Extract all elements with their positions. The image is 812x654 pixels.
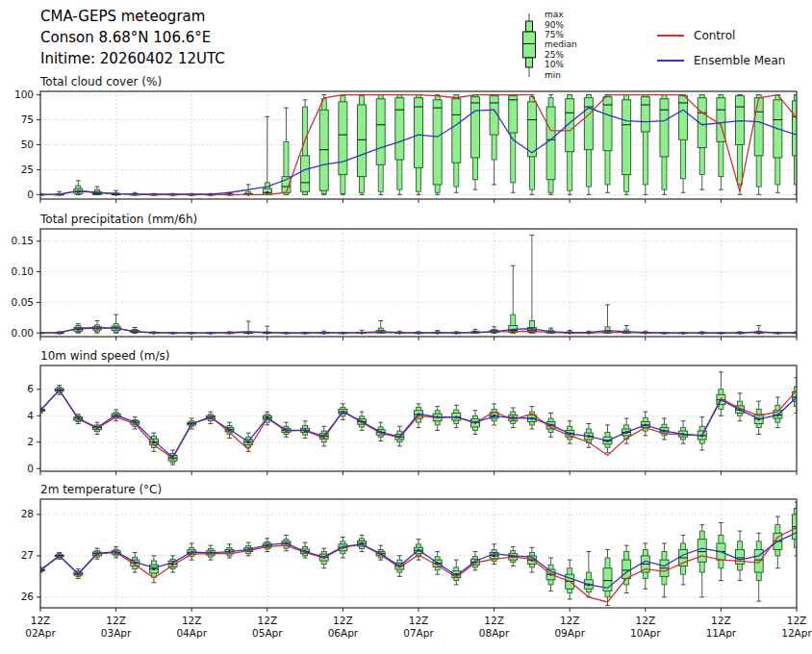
y-tick-label: 26 (21, 591, 35, 602)
temperature-2m-title: 2m temperature (°C) (40, 483, 162, 496)
x-tick-date: 02Apr (25, 627, 56, 639)
boxplot-legend-label: 75% (545, 30, 564, 39)
y-tick-label: 75 (21, 113, 34, 125)
x-tick-hour: 12Z (409, 615, 429, 626)
x-tick-hour: 12Z (711, 615, 731, 626)
x-tick-date: 03Apr (101, 627, 132, 639)
box-whisker-series (37, 235, 801, 334)
x-tick-date: 04Apr (176, 627, 207, 639)
meteogram-page: CMA-GEPS meteogram Conson 8.68°N 106.6°E… (0, 0, 812, 654)
grid (40, 229, 797, 337)
wind-speed-10m-panel: 10m wind speed (m/s)0246 (27, 349, 800, 475)
x-tick-date: 12Apr (781, 627, 812, 639)
total-cloud-cover-title: Total cloud cover (%) (39, 75, 162, 88)
y-tick-label: 0 (27, 463, 34, 474)
total-precipitation-panel: Total precipitation (mm/6h)0.000.050.100… (12, 213, 801, 340)
temperature-2m-panel: 2m temperature (°C)262728 (21, 483, 801, 612)
x-axis-labels: 12Z02Apr12Z03Apr12Z04Apr12Z05Apr12Z06Apr… (25, 615, 812, 639)
boxplot-legend-label: median (545, 39, 577, 49)
y-tick-label: 6 (27, 383, 34, 394)
x-tick-hour: 12Z (333, 615, 353, 626)
y-tick-label: 0.05 (12, 296, 34, 308)
x-tick-hour: 12Z (31, 615, 51, 626)
x-tick-date: 08Apr (479, 627, 510, 639)
x-tick-date: 07Apr (403, 627, 434, 639)
total-cloud-cover-panel: Total cloud cover (%)0255075100 (14, 75, 801, 203)
total-precipitation-title: Total precipitation (mm/6h) (39, 213, 197, 226)
y-tick-label: 0.00 (12, 327, 34, 339)
x-tick-date: 10Apr (630, 627, 661, 639)
boxplot-legend-label: 10% (545, 60, 564, 69)
x-tick-date: 05Apr (252, 627, 283, 639)
boxplot-legend-label: max (545, 10, 564, 19)
y-tick-label: 27 (21, 549, 34, 561)
y-tick-label: 100 (14, 88, 34, 100)
x-tick-date: 09Apr (554, 627, 585, 639)
y-tick-label: 0.10 (12, 265, 34, 277)
x-tick-hour: 12Z (258, 615, 278, 626)
boxplot-legend-label: 90% (545, 20, 564, 30)
x-tick-hour: 12Z (787, 615, 807, 626)
y-tick-label: 4 (27, 410, 34, 421)
box-whisker-series (37, 95, 801, 196)
x-tick-hour: 12Z (484, 615, 504, 626)
y-tick-label: 50 (21, 138, 34, 150)
y-tick-label: 2 (27, 436, 34, 447)
x-tick-date: 11Apr (706, 627, 737, 639)
y-tick-label: 0 (27, 189, 34, 200)
y-tick-label: 25 (21, 164, 34, 175)
x-tick-hour: 12Z (560, 615, 580, 626)
wind-speed-10m-title: 10m wind speed (m/s) (40, 349, 169, 363)
y-tick-label: 0.15 (12, 235, 34, 246)
boxplot-legend-label: min (545, 70, 561, 80)
boxplot-legend-label: 25% (545, 50, 564, 60)
x-tick-hour: 12Z (106, 615, 126, 626)
boxplot-legend: max90%75%median25%10%min (523, 10, 577, 80)
x-tick-date: 06Apr (328, 627, 359, 639)
y-tick-label: 28 (21, 508, 34, 519)
x-tick-hour: 12Z (182, 615, 202, 626)
x-tick-hour: 12Z (636, 615, 656, 626)
meteogram-canvas: Total cloud cover (%)0255075100Total pre… (0, 0, 812, 654)
